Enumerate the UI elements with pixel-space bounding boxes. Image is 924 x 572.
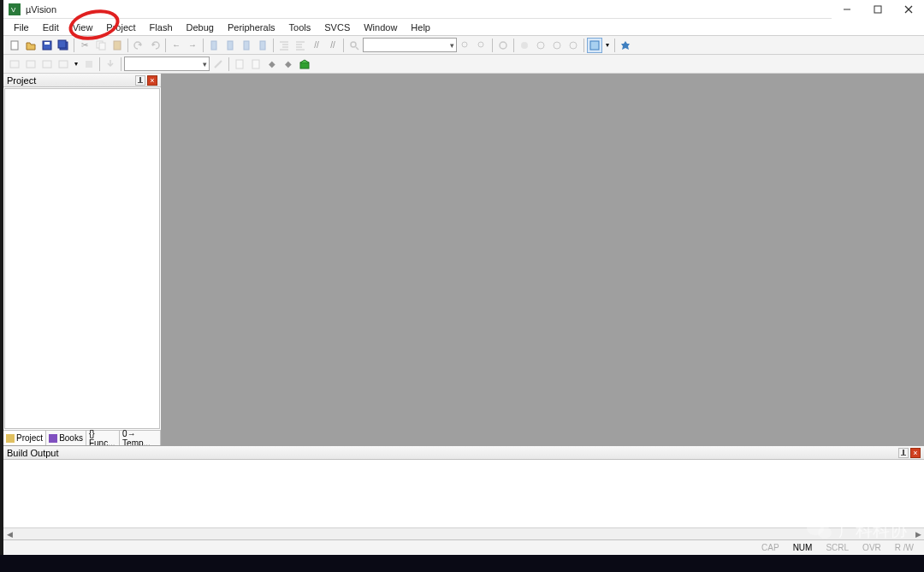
- build-close-button[interactable]: ×: [910, 448, 921, 458]
- menu-svcs[interactable]: SVCS: [317, 21, 357, 34]
- tab-functions[interactable]: {} Func...: [86, 431, 120, 445]
- select2-button[interactable]: ◆: [281, 57, 296, 72]
- stop-build-button[interactable]: [81, 57, 97, 72]
- svg-rect-16: [244, 41, 249, 50]
- menu-project[interactable]: Project: [99, 21, 142, 34]
- manage-button[interactable]: [248, 57, 264, 72]
- find-button[interactable]: [346, 38, 362, 53]
- breakpoint-enable-button[interactable]: [533, 38, 548, 53]
- nav-back-button[interactable]: ←: [169, 38, 184, 53]
- select-button[interactable]: ◆: [264, 57, 280, 72]
- svg-rect-47: [49, 434, 57, 443]
- panel-close-button[interactable]: ×: [147, 75, 157, 86]
- svg-rect-14: [211, 41, 216, 50]
- menu-window[interactable]: Window: [357, 21, 404, 34]
- comment-button[interactable]: //: [309, 38, 324, 53]
- project-tree[interactable]: [4, 88, 160, 429]
- target-combo[interactable]: ▾: [124, 57, 210, 71]
- tab-project[interactable]: Project: [3, 431, 46, 445]
- bookmark-clear-button[interactable]: [255, 38, 270, 53]
- copy-button[interactable]: [93, 38, 109, 53]
- maximize-button[interactable]: [862, 0, 893, 19]
- menu-help[interactable]: Help: [404, 21, 437, 34]
- separator: [513, 39, 514, 52]
- uncomment-button[interactable]: //: [325, 38, 341, 53]
- menu-peripherals[interactable]: Peripherals: [221, 21, 282, 34]
- bookmark-prev-button[interactable]: [222, 38, 238, 53]
- menubar: File Edit View Project Flash Debug Perip…: [3, 19, 924, 36]
- download-button[interactable]: [103, 57, 118, 72]
- target-options-button[interactable]: [210, 57, 226, 72]
- open-file-button[interactable]: [23, 38, 38, 53]
- main-area: Project × Project Books {} Func... 0→ Te…: [3, 74, 924, 445]
- build-scrollbar[interactable]: ◀ ▶: [3, 527, 924, 539]
- build-output-body[interactable]: ◀ ▶: [3, 460, 924, 539]
- pack-installer-button[interactable]: [297, 57, 312, 72]
- translate-button[interactable]: [7, 57, 22, 72]
- configure-button[interactable]: [618, 38, 633, 53]
- menu-tools[interactable]: Tools: [282, 21, 318, 34]
- scroll-right-icon[interactable]: ▶: [912, 530, 924, 539]
- incremental-find-button[interactable]: [474, 38, 489, 53]
- titlebar: V µVision: [3, 0, 924, 19]
- svg-rect-41: [236, 60, 243, 69]
- project-window-button[interactable]: [587, 38, 602, 53]
- build-button[interactable]: [23, 57, 38, 72]
- scroll-left-icon[interactable]: ◀: [3, 530, 15, 539]
- tab-books[interactable]: Books: [46, 431, 86, 445]
- batch-dropdown[interactable]: ▾: [72, 57, 80, 72]
- bookmark-button[interactable]: [206, 38, 222, 53]
- breakpoint-button[interactable]: [517, 38, 532, 53]
- menu-flash[interactable]: Flash: [143, 21, 180, 34]
- separator: [99, 57, 100, 71]
- rebuild-button[interactable]: [39, 57, 55, 72]
- outdent-button[interactable]: [293, 38, 308, 53]
- breakpoint-disable-button[interactable]: [549, 38, 565, 53]
- build-pin-button[interactable]: [898, 448, 909, 458]
- paste-button[interactable]: [110, 38, 125, 53]
- debug-button[interactable]: [495, 38, 511, 53]
- separator: [583, 39, 584, 52]
- indent-button[interactable]: [276, 38, 292, 53]
- svg-rect-48: [903, 450, 904, 455]
- app-title: µVision: [26, 4, 919, 15]
- panel-pin-button[interactable]: [135, 75, 145, 86]
- batch-build-button[interactable]: [56, 57, 71, 72]
- nav-forward-button[interactable]: →: [185, 38, 200, 53]
- svg-point-28: [462, 42, 467, 47]
- close-button[interactable]: [893, 0, 924, 19]
- file-ext-button[interactable]: [232, 57, 247, 72]
- new-file-button[interactable]: [7, 38, 22, 53]
- svg-point-29: [478, 42, 483, 47]
- breakpoint-kill-button[interactable]: [566, 38, 581, 53]
- minimize-button[interactable]: [832, 0, 862, 19]
- svg-rect-49: [901, 455, 906, 456]
- svg-rect-42: [252, 60, 259, 69]
- svg-rect-10: [58, 40, 66, 48]
- bottom-strip: [0, 555, 924, 572]
- svg-rect-3: [874, 6, 881, 13]
- svg-line-27: [356, 47, 358, 50]
- tab-books-label: Books: [59, 433, 83, 443]
- find-in-files-button[interactable]: [458, 38, 473, 53]
- tab-templates[interactable]: 0→ Temp...: [120, 431, 161, 445]
- svg-rect-17: [260, 41, 265, 50]
- save-all-button[interactable]: [56, 38, 71, 53]
- menu-file[interactable]: File: [7, 21, 36, 34]
- menu-debug[interactable]: Debug: [180, 21, 221, 34]
- svg-rect-36: [10, 61, 19, 68]
- bookmark-next-button[interactable]: [239, 38, 254, 53]
- build-output-panel: Build Output × ◀ ▶: [3, 445, 924, 539]
- save-button[interactable]: [39, 38, 55, 53]
- find-combo[interactable]: ▾: [363, 38, 457, 52]
- menu-edit[interactable]: Edit: [36, 21, 66, 34]
- svg-rect-8: [44, 42, 50, 45]
- redo-button[interactable]: [147, 38, 163, 53]
- status-scrl: SCRL: [822, 543, 852, 552]
- undo-button[interactable]: [131, 38, 146, 53]
- menu-view[interactable]: View: [66, 21, 100, 34]
- separator: [228, 57, 229, 71]
- cut-button[interactable]: ✂: [77, 38, 92, 53]
- project-window-dropdown[interactable]: ▾: [603, 38, 612, 53]
- separator: [74, 39, 74, 52]
